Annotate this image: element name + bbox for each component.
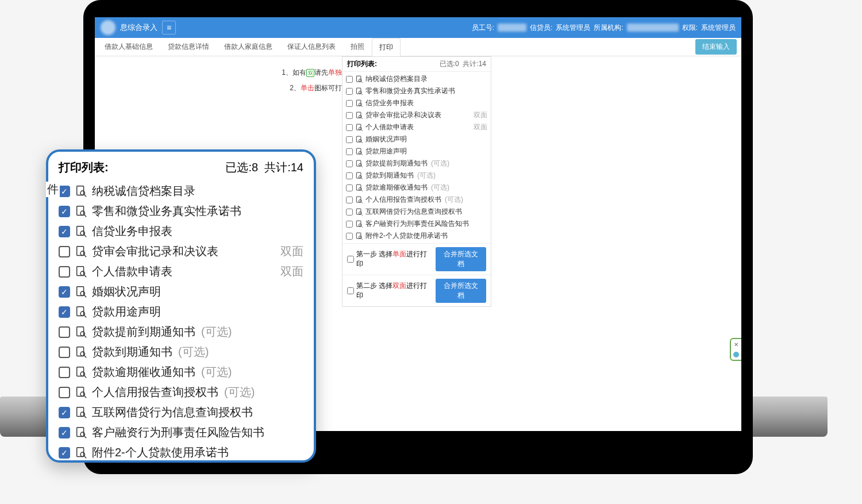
- popup-document-checkbox[interactable]: [59, 286, 70, 298]
- popup-edge-text: 件: [46, 182, 60, 197]
- document-preview-icon[interactable]: [355, 160, 363, 168]
- svg-line-77: [84, 415, 87, 418]
- svg-line-62: [84, 315, 87, 317]
- document-preview-icon[interactable]: [355, 196, 363, 204]
- step-2-checkbox[interactable]: [347, 287, 354, 294]
- popup-document-checkbox[interactable]: [59, 226, 70, 237]
- popup-document-duplex-note: 双面: [280, 264, 303, 279]
- popup-document-checkbox[interactable]: [59, 407, 70, 418]
- popup-document-row: 贷款提前到期通知书(可选): [59, 322, 303, 342]
- document-preview-icon[interactable]: [75, 245, 87, 258]
- document-preview-icon[interactable]: [75, 286, 87, 298]
- document-checkbox[interactable]: [346, 197, 353, 203]
- staff-id-label: 员工号:: [472, 23, 494, 33]
- document-preview-icon[interactable]: [75, 386, 87, 399]
- popup-document-checkbox[interactable]: [59, 246, 70, 257]
- document-checkbox[interactable]: [346, 88, 353, 95]
- svg-line-26: [361, 178, 363, 179]
- document-preview-icon[interactable]: [75, 225, 87, 238]
- svg-line-65: [84, 335, 87, 337]
- document-preview-icon[interactable]: [355, 111, 363, 120]
- document-checkbox[interactable]: [346, 148, 353, 155]
- app-title: 息综合录入: [120, 22, 157, 33]
- svg-line-74: [84, 395, 87, 398]
- document-preview-icon[interactable]: [75, 406, 87, 419]
- popup-document-checkbox[interactable]: [59, 326, 70, 338]
- document-checkbox[interactable]: [346, 100, 353, 107]
- document-name: 互联网借贷行为信息查询授权书: [365, 207, 462, 217]
- document-preview-icon[interactable]: [75, 205, 87, 218]
- document-duplex-note: 双面: [474, 110, 487, 120]
- document-preview-icon[interactable]: [355, 75, 363, 83]
- close-icon[interactable]: ✕: [734, 341, 738, 348]
- popup-document-duplex-note: 双面: [280, 244, 303, 259]
- document-name: 婚姻状况声明: [365, 134, 407, 144]
- document-optional-tag: (可选): [431, 183, 449, 193]
- document-checkbox[interactable]: [346, 124, 353, 131]
- print-list-title: 打印列表:: [347, 59, 377, 69]
- popup-document-checkbox[interactable]: [59, 387, 70, 398]
- document-checkbox[interactable]: [346, 209, 353, 216]
- svg-line-20: [361, 153, 363, 155]
- tab-item[interactable]: 贷款信息详情: [160, 38, 217, 56]
- document-preview-icon[interactable]: [355, 124, 363, 132]
- document-preview-icon[interactable]: [355, 148, 363, 156]
- document-preview-icon[interactable]: [355, 99, 363, 107]
- document-checkbox[interactable]: [346, 136, 353, 143]
- popup-document-name: 纳税诚信贷档案目录: [92, 183, 195, 199]
- svg-line-35: [361, 214, 363, 215]
- tab-item[interactable]: 保证人信息列表: [280, 38, 343, 56]
- popup-document-checkbox[interactable]: [59, 266, 70, 278]
- org-value-blurred: [627, 24, 679, 32]
- svg-line-29: [361, 190, 363, 191]
- document-preview-icon[interactable]: [75, 366, 87, 379]
- document-list: 纳税诚信贷档案目录 零售和微贷业务真实性承诺书 信贷业务申报表 贷审会审批记录和…: [343, 72, 491, 243]
- document-checkbox[interactable]: [346, 184, 353, 191]
- document-preview-icon[interactable]: [75, 266, 87, 278]
- step-1-checkbox[interactable]: [347, 256, 354, 263]
- popup-document-checkbox[interactable]: [59, 447, 70, 459]
- document-name: 附件2-个人贷款使用承诺书: [365, 231, 448, 241]
- float-action-icon[interactable]: [733, 352, 739, 357]
- document-checkbox[interactable]: [346, 233, 353, 240]
- popup-document-checkbox[interactable]: [59, 347, 70, 358]
- step-1-row: 第一步 选择单面进行打印 合并所选文档: [343, 243, 491, 275]
- end-input-button[interactable]: 结束输入: [695, 39, 737, 55]
- popup-document-checkbox[interactable]: [59, 367, 70, 378]
- document-preview-icon[interactable]: [75, 326, 87, 338]
- tab-item[interactable]: 打印: [372, 38, 401, 56]
- document-preview-icon[interactable]: [355, 184, 363, 192]
- print-list-counts: 已选:0 共计:14: [440, 59, 486, 69]
- document-checkbox[interactable]: [346, 160, 353, 167]
- document-preview-icon[interactable]: [355, 87, 363, 95]
- document-checkbox[interactable]: [346, 172, 353, 179]
- merge-button-step-2[interactable]: 合并所选文档: [436, 279, 486, 303]
- popup-document-checkbox[interactable]: [59, 427, 70, 438]
- tab-item[interactable]: 借款人家庭信息: [217, 38, 280, 56]
- document-checkbox[interactable]: [346, 112, 353, 119]
- tab-item[interactable]: 拍照: [343, 38, 372, 56]
- menu-toggle-icon[interactable]: ≡: [162, 21, 176, 34]
- document-row: 贷款逾期催收通知书(可选): [346, 182, 487, 194]
- document-checkbox[interactable]: [346, 221, 353, 228]
- tab-item[interactable]: 借款人基础信息: [97, 38, 160, 56]
- popup-document-checkbox[interactable]: [59, 306, 70, 318]
- popup-document-checkbox[interactable]: [59, 186, 70, 197]
- popup-document-checkbox[interactable]: [59, 206, 70, 217]
- document-preview-icon[interactable]: [355, 220, 363, 228]
- document-preview-icon[interactable]: [355, 232, 363, 240]
- document-preview-icon[interactable]: [355, 208, 363, 216]
- merge-button-step-1[interactable]: 合并所选文档: [436, 247, 486, 271]
- document-preview-icon[interactable]: [75, 306, 87, 318]
- svg-line-50: [84, 234, 87, 237]
- document-checkbox[interactable]: [346, 76, 353, 83]
- popup-document-name: 互联网借贷行为信息查询授权书: [92, 405, 253, 420]
- svg-line-47: [84, 214, 87, 217]
- document-preview-icon[interactable]: [355, 136, 363, 144]
- document-preview-icon[interactable]: [75, 426, 87, 439]
- svg-line-32: [361, 202, 363, 203]
- document-preview-icon[interactable]: [75, 346, 87, 359]
- document-preview-icon[interactable]: [355, 172, 363, 180]
- document-preview-icon[interactable]: [75, 447, 87, 459]
- document-preview-icon[interactable]: [75, 185, 87, 198]
